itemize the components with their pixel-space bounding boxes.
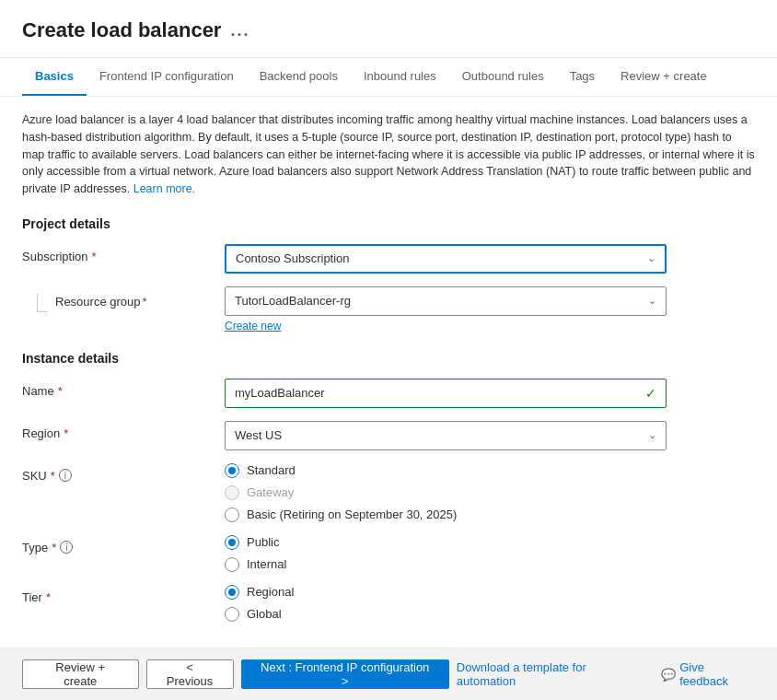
title-dots: ... <box>230 21 249 41</box>
resource-group-chevron-icon: ⌄ <box>648 295 656 307</box>
instance-details-divider: Instance details <box>22 351 755 366</box>
tier-regional-radio[interactable] <box>225 585 239 600</box>
tab-tags[interactable]: Tags <box>557 58 608 96</box>
resource-group-control: TutorLoadBalancer-rg ⌄ Create new <box>225 286 667 332</box>
name-value: myLoadBalancer <box>235 386 325 400</box>
tier-group: Tier * Regional Global <box>22 585 755 622</box>
name-dropdown[interactable]: myLoadBalancer ✓ <box>225 379 667 408</box>
sku-info-icon[interactable]: i <box>59 469 72 482</box>
tab-review-create[interactable]: Review + create <box>608 58 720 96</box>
project-details-title: Project details <box>22 216 755 231</box>
name-check-icon: ✓ <box>645 386 656 401</box>
sku-control: Standard Gateway Basic (Retiring on Sept… <box>225 463 667 522</box>
subscription-group: Subscription * Contoso Subscription ⌄ <box>22 244 755 274</box>
sku-gateway-option: Gateway <box>225 485 667 500</box>
sku-standard-label: Standard <box>247 463 296 477</box>
region-chevron-icon: ⌄ <box>648 429 656 441</box>
instance-details-title: Instance details <box>22 351 755 366</box>
sku-required: * <box>51 469 55 483</box>
review-create-label: Review + create <box>38 660 123 688</box>
subscription-required: * <box>92 250 97 263</box>
resource-group-dropdown[interactable]: TutorLoadBalancer-rg ⌄ <box>225 286 667 316</box>
region-group: Region * West US ⌄ <box>22 421 755 450</box>
tier-label: Tier * <box>22 585 225 604</box>
sku-label: SKU * i <box>22 463 225 483</box>
sku-gateway-label: Gateway <box>247 485 294 499</box>
region-value: West US <box>235 428 282 442</box>
tier-global-option[interactable]: Global <box>225 607 667 622</box>
description-text: Azure load balancer is a layer 4 load ba… <box>22 111 755 198</box>
sku-standard-option[interactable]: Standard <box>225 463 667 478</box>
resource-group-value: TutorLoadBalancer-rg <box>235 294 351 308</box>
type-info-icon[interactable]: i <box>60 541 73 554</box>
type-required: * <box>52 541 56 554</box>
previous-label: < Previous <box>162 660 218 688</box>
sku-basic-radio[interactable] <box>225 508 239 522</box>
sku-standard-radio[interactable] <box>225 463 239 478</box>
subscription-control: Contoso Subscription ⌄ <box>225 244 667 274</box>
tier-regional-option[interactable]: Regional <box>225 585 667 600</box>
name-group: Name * myLoadBalancer ✓ <box>22 379 755 408</box>
type-public-radio[interactable] <box>225 535 239 550</box>
main-content: Azure load balancer is a layer 4 load ba… <box>0 97 777 668</box>
sku-radio-group: Standard Gateway Basic (Retiring on Sept… <box>225 463 667 522</box>
previous-button[interactable]: < Previous <box>146 659 234 689</box>
tier-global-label: Global <box>247 607 282 621</box>
tab-inbound-rules[interactable]: Inbound rules <box>351 58 449 96</box>
subscription-value: Contoso Subscription <box>236 251 350 265</box>
type-public-option[interactable]: Public <box>225 535 667 550</box>
tier-global-radio[interactable] <box>225 607 239 622</box>
type-internal-radio[interactable] <box>225 557 239 572</box>
tier-control: Regional Global <box>225 585 667 622</box>
type-internal-option[interactable]: Internal <box>225 557 667 572</box>
type-internal-label: Internal <box>247 557 286 571</box>
download-template-link[interactable]: Download a template for automation <box>457 660 646 688</box>
create-new-link[interactable]: Create new <box>225 320 667 332</box>
page-header: Create load balancer ... <box>0 0 777 58</box>
feedback-icon: 💬 <box>661 668 676 682</box>
sku-basic-label: Basic (Retiring on September 30, 2025) <box>247 508 457 521</box>
tab-outbound-rules[interactable]: Outbound rules <box>449 58 557 96</box>
resource-group-label: Resource group <box>55 295 141 309</box>
region-label: Region * <box>22 421 225 440</box>
resource-group-required: * <box>143 295 147 309</box>
subscription-dropdown[interactable]: Contoso Subscription ⌄ <box>225 244 667 274</box>
sku-gateway-radio <box>225 485 239 500</box>
tier-required: * <box>46 590 51 604</box>
page-title: Create load balancer ... <box>22 18 755 42</box>
region-control: West US ⌄ <box>225 421 667 450</box>
sku-basic-option[interactable]: Basic (Retiring on September 30, 2025) <box>225 508 667 522</box>
resource-group-group: Resource group * TutorLoadBalancer-rg ⌄ … <box>22 286 755 332</box>
type-label: Type * i <box>22 535 225 554</box>
title-text: Create load balancer <box>22 18 221 42</box>
indent-line <box>37 294 48 312</box>
name-label: Name * <box>22 379 225 398</box>
navigation-tabs: Basics Frontend IP configuration Backend… <box>0 58 777 97</box>
type-control: Public Internal <box>225 535 667 572</box>
learn-more-link[interactable]: Learn more. <box>133 182 195 195</box>
region-dropdown[interactable]: West US ⌄ <box>225 421 667 450</box>
download-template-label: Download a template for automation <box>457 660 646 688</box>
sku-group: SKU * i Standard Gateway Basic (Retiring… <box>22 463 755 522</box>
next-label: Next : Frontend IP configuration > <box>257 660 434 688</box>
name-required: * <box>58 384 63 398</box>
tier-regional-label: Regional <box>247 585 294 599</box>
subscription-chevron-icon: ⌄ <box>647 252 655 264</box>
tab-frontend-ip[interactable]: Frontend IP configuration <box>87 58 247 96</box>
footer-links: Download a template for automation 💬 Giv… <box>457 660 755 688</box>
region-required: * <box>64 426 68 440</box>
next-button[interactable]: Next : Frontend IP configuration > <box>241 659 449 689</box>
type-radio-group: Public Internal <box>225 535 667 572</box>
resource-group-label-wrap: Resource group * <box>22 286 225 312</box>
subscription-label: Subscription * <box>22 244 225 263</box>
footer: Review + create < Previous Next : Fronte… <box>0 648 777 700</box>
give-feedback-label: Give feedback <box>679 660 755 688</box>
review-create-button[interactable]: Review + create <box>22 659 139 689</box>
type-group: Type * i Public Internal <box>22 535 755 572</box>
tier-radio-group: Regional Global <box>225 585 667 622</box>
tab-backend-pools[interactable]: Backend pools <box>247 58 351 96</box>
give-feedback-link[interactable]: 💬 Give feedback <box>661 660 755 688</box>
name-control: myLoadBalancer ✓ <box>225 379 667 408</box>
type-public-label: Public <box>247 535 279 549</box>
tab-basics[interactable]: Basics <box>22 58 87 96</box>
